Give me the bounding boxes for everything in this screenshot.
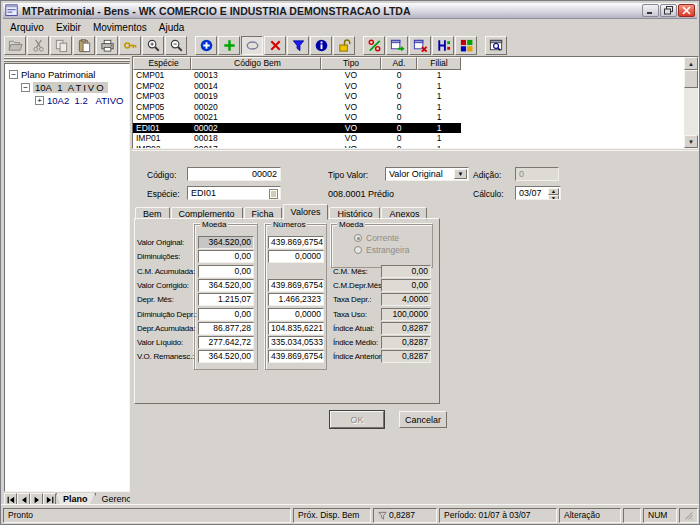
grid-header: Espécie Código Bem Tipo Ad. Filial [133,57,698,70]
status-modo: Alteração [559,508,621,523]
moeda-field[interactable]: 0,00 [198,250,254,263]
assets-grid: Espécie Código Bem Tipo Ad. Filial CMP01… [132,56,699,149]
col-especie[interactable]: Espécie [133,57,191,70]
table-row[interactable]: CMP0500021VO01 [133,112,698,123]
table-row-selected[interactable]: EDI0100002VO01 [133,123,461,134]
movements-icon[interactable] [432,36,454,55]
open-icon[interactable] [4,36,26,55]
scroll-down-icon[interactable]: ▼ [684,135,698,148]
print-icon[interactable] [96,36,118,55]
transfer-icon[interactable] [386,36,408,55]
table-row[interactable]: IMP0100018VO01 [133,133,698,144]
chevron-down-icon[interactable]: ▼ [454,169,467,179]
restore-button[interactable] [660,4,677,17]
moeda-field[interactable]: 364.520,00 [198,350,254,363]
panel-splitter-handle[interactable] [4,60,130,62]
calculo-spinner[interactable]: 03/07 ▲▼ [515,186,561,200]
writeoff-icon[interactable] [409,36,431,55]
moeda-field[interactable]: 0,00 [198,308,254,321]
cut-icon[interactable] [27,36,49,55]
browse-sheet-icon[interactable] [269,189,278,200]
col-tipo[interactable]: Tipo [321,57,381,70]
col-filial[interactable]: Filial [417,57,461,70]
col-codigo-bem[interactable]: Código Bem [191,57,321,70]
table-row[interactable]: CMP0500020VO01 [133,102,698,113]
menu-exibir[interactable]: Exibir [50,22,87,33]
tree-item-label: 10A 1 ATIVO [33,82,108,93]
table-row[interactable]: IMP0200017VO01 [133,144,698,150]
moeda-field[interactable]: 0,00 [198,265,254,278]
copy-icon[interactable] [50,36,72,55]
moeda-field[interactable]: 86.877,28 [198,322,254,335]
grid-scrollbar[interactable]: ▲ ▼ [684,57,698,148]
table-row[interactable]: CMP0200014VO01 [133,81,698,92]
scroll-up-icon[interactable]: ▲ [684,57,698,70]
scrollbar-thumb[interactable] [684,70,698,88]
numeros-field[interactable]: 439.869,6754 [268,350,324,363]
menu-ajuda[interactable]: Ajuda [153,22,191,33]
info-icon[interactable] [310,36,332,55]
app-window: MTPatrimonial - Bens - WK COMERCIO E IND… [0,0,700,525]
delete-icon[interactable] [264,36,286,55]
spin-down-icon[interactable]: ▼ [548,195,559,200]
radio-corrente [354,234,362,242]
col-ad[interactable]: Ad. [381,57,417,70]
menu-arquivo[interactable]: Arquivo [4,22,50,33]
numeros-field[interactable]: 335.034,0533 [268,336,324,349]
table-row[interactable]: CMP0100013VO01 [133,70,698,81]
status-bar: Pronto Próx. Disp. Bem 0,8287 Período: 0… [1,504,699,524]
zoom-in-icon[interactable] [142,36,164,55]
row-label: Índice Médio: [333,338,381,347]
zoom-out-icon[interactable] [165,36,187,55]
moeda-field[interactable]: 364.520,00 [198,279,254,292]
especie-field[interactable]: EDI01 [187,186,281,200]
numeros-field[interactable]: 1.466,2323 [268,293,324,306]
collapse-icon[interactable]: − [9,70,18,79]
status-empty [623,508,641,523]
insert-icon[interactable] [218,36,240,55]
percent-icon[interactable] [363,36,385,55]
asset-form: Código: 00002 Tipo Valor: Valor Original… [132,150,699,506]
tree-root-label: Plano Patrimonial [21,69,95,80]
readonly-field: 100,0000 [381,308,431,321]
moeda-field[interactable]: 1.215,07 [198,293,254,306]
tab-valores[interactable]: Valores [283,204,329,220]
numeros-field[interactable]: 0,0000 [268,308,324,321]
tree-item[interactable]: − 10A 1 ATIVO [5,81,129,94]
tree-item[interactable]: + 10A2 1.2 ATIVO [5,94,129,107]
tree-item-label: 10A2 1.2 ATIVO [47,95,123,106]
numeros-field[interactable]: 104.835,6221 [268,322,324,335]
codigo-field[interactable]: 00002 [187,167,281,181]
navigate-icon[interactable] [195,36,217,55]
edit-icon[interactable] [241,36,263,55]
key-icon[interactable] [119,36,141,55]
spinner-buttons[interactable]: ▲▼ [548,188,559,198]
cancel-button[interactable]: Cancelar [399,411,447,428]
integration-icon[interactable] [455,36,477,55]
title-bar: MTPatrimonial - Bens - WK COMERCIO E IND… [3,3,697,19]
menu-movimentos[interactable]: Movimentos [87,22,153,33]
resize-grip[interactable] [679,508,698,523]
preview-icon[interactable] [485,36,507,55]
tree-root-row[interactable]: − Plano Patrimonial [5,68,129,81]
collapse-icon[interactable]: − [21,83,30,92]
radio-estrangeira [354,246,362,254]
row-label: Taxa Uso: [333,310,381,319]
panel-splitter-handle[interactable] [4,57,130,59]
filter-icon[interactable] [287,36,309,55]
numeros-field[interactable]: 439.869,6754 [268,279,324,292]
moeda-field[interactable]: 364.520,00 [198,236,254,249]
row-label: Índice Anterior: [333,352,381,361]
minimize-button[interactable] [642,4,659,17]
moeda-field[interactable]: 277.642,72 [198,336,254,349]
unlock-icon[interactable] [333,36,355,55]
table-row[interactable]: CMP0300019VO01 [133,91,698,102]
numeros-field[interactable]: 0,0000 [268,250,324,263]
paste-icon[interactable] [73,36,95,55]
tipo-valor-select[interactable]: Valor Original ▼ [385,167,469,181]
row-label: Valor Líquido: [137,338,195,347]
close-button[interactable] [678,4,695,17]
spin-up-icon[interactable]: ▲ [548,188,559,195]
expand-icon[interactable]: + [35,96,44,105]
numeros-field[interactable]: 439.869,6754 [268,236,324,249]
